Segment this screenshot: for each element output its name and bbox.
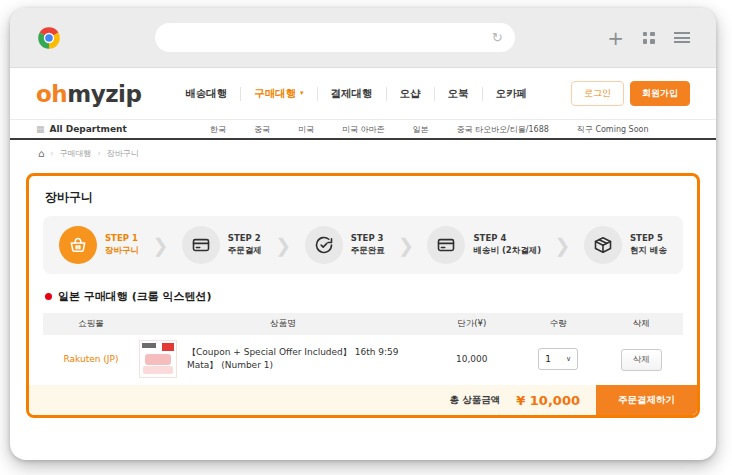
login-button[interactable]: 로그인	[571, 81, 624, 106]
nav-item-payment[interactable]: 결제대행	[317, 87, 386, 101]
chevron-right-icon: ❯	[398, 236, 414, 255]
chevron-right-icon: ❯	[152, 236, 168, 255]
header-product: 상품명	[139, 318, 427, 330]
unit-price: 10,000	[427, 354, 517, 364]
step-cart: STEP 1장바구니	[59, 226, 139, 264]
menu-icon[interactable]	[674, 32, 690, 43]
order-summary-bar: 총 상품금액 ¥ 10,000 주문결제하기	[29, 385, 697, 415]
breadcrumb-purchase[interactable]: 구매대행	[60, 148, 92, 159]
subnav-item-usa[interactable]: 미국	[284, 124, 328, 135]
browser-window: ↻ + ohmyzip 배송대행 구매대행 ▾ 결제대행 오샵 오북 오카페 로…	[10, 8, 716, 460]
header-qty: 수량	[517, 318, 600, 330]
check-cycle-icon	[305, 226, 343, 264]
basket-icon	[59, 226, 97, 264]
subnav-item-us-amazon[interactable]: 미국 아마존	[328, 124, 399, 135]
subnav-item-china[interactable]: 중국	[240, 124, 284, 135]
header-delete: 삭제	[600, 318, 683, 330]
credit-card-icon	[182, 226, 220, 264]
product-thumbnail	[139, 340, 177, 378]
quantity-select[interactable]: 1 ∨	[538, 348, 578, 370]
section-title-japan: 일본 구매대행 (크롬 익스텐션)	[45, 289, 681, 304]
step-order-complete: STEP 3주문완료	[305, 226, 385, 264]
page-title: 장바구니	[45, 189, 681, 206]
breadcrumb-separator: ›	[50, 149, 53, 158]
browser-toolbar: ↻ +	[10, 8, 716, 68]
step-shipping-fee: STEP 4배송비 (2차결제)	[427, 226, 541, 264]
chrome-icon	[36, 25, 62, 51]
checkout-button[interactable]: 주문결제하기	[596, 385, 697, 415]
breadcrumb-separator: ›	[98, 149, 101, 158]
ohmyzip-logo[interactable]: ohmyzip	[36, 81, 141, 107]
breadcrumb-cart[interactable]: 장바구니	[107, 148, 139, 159]
site-header: ohmyzip 배송대행 구매대행 ▾ 결제대행 오샵 오북 오카페 로그인 회…	[10, 68, 716, 119]
all-department-menu[interactable]: ▦ All Department	[36, 124, 196, 134]
nav-item-purchase[interactable]: 구매대행 ▾	[240, 87, 316, 101]
address-bar[interactable]: ↻	[155, 23, 515, 52]
checkout-steps: STEP 1장바구니 ❯ STEP 2주문결제 ❯	[43, 216, 683, 274]
home-icon[interactable]: ⌂	[38, 149, 44, 159]
total-label: 총 상품금액	[449, 394, 500, 407]
package-icon	[584, 226, 622, 264]
grid-icon: ▦	[36, 124, 45, 134]
subnav-item-korea[interactable]: 한국	[196, 124, 240, 135]
delete-button[interactable]: 삭제	[621, 349, 662, 371]
apps-grid-icon[interactable]	[643, 32, 655, 44]
nav-item-ocafe[interactable]: 오카페	[482, 87, 541, 101]
nav-item-obook[interactable]: 오북	[434, 87, 482, 101]
step-order-payment: STEP 2주문결제	[182, 226, 262, 264]
credit-card-icon	[427, 226, 465, 264]
category-subnav: ▦ All Department 한국 중국 미국 미국 아마존 일본 중국 타…	[10, 119, 716, 140]
subnav-item-japan[interactable]: 일본	[399, 124, 443, 135]
header-price: 단가(¥)	[427, 318, 517, 330]
shop-name[interactable]: Rakuten (JP)	[43, 354, 139, 364]
subnav-item-china-taobao[interactable]: 중국 타오바오/티몰/1688	[443, 124, 563, 135]
chevron-down-icon: ▾	[300, 89, 304, 97]
reload-icon[interactable]: ↻	[492, 31, 503, 44]
step-local-delivery: STEP 5현지 배송	[584, 226, 667, 264]
nav-item-oshop[interactable]: 오샵	[386, 87, 434, 101]
cart-panel: 장바구니 STEP 1장바구니 ❯	[26, 173, 700, 418]
chevron-right-icon: ❯	[275, 236, 291, 255]
table-row: Rakuten (JP) 【Coupon + Special Offer Inc…	[43, 335, 683, 382]
main-nav: 배송대행 구매대행 ▾ 결제대행 오샵 오북 오카페	[172, 87, 540, 101]
red-dot-icon	[45, 293, 52, 300]
signup-button[interactable]: 회원가입	[630, 81, 690, 106]
total-amount: ¥ 10,000	[516, 393, 580, 408]
nav-item-delivery[interactable]: 배송대행	[172, 87, 240, 101]
new-tab-icon[interactable]: +	[607, 28, 624, 48]
header-shop: 쇼핑몰	[43, 318, 139, 330]
chevron-down-icon: ∨	[566, 355, 571, 363]
cart-table-header: 쇼핑몰 상품명 단가(¥) 수량 삭제	[43, 313, 683, 335]
breadcrumb: ⌂ › 구매대행 › 장바구니	[10, 140, 716, 165]
subnav-item-direct-coming-soon[interactable]: 직구 Coming Soon	[563, 124, 663, 135]
product-name: 【Coupon + Special Offer Included】 16th 9…	[187, 346, 427, 371]
chevron-right-icon: ❯	[555, 236, 571, 255]
